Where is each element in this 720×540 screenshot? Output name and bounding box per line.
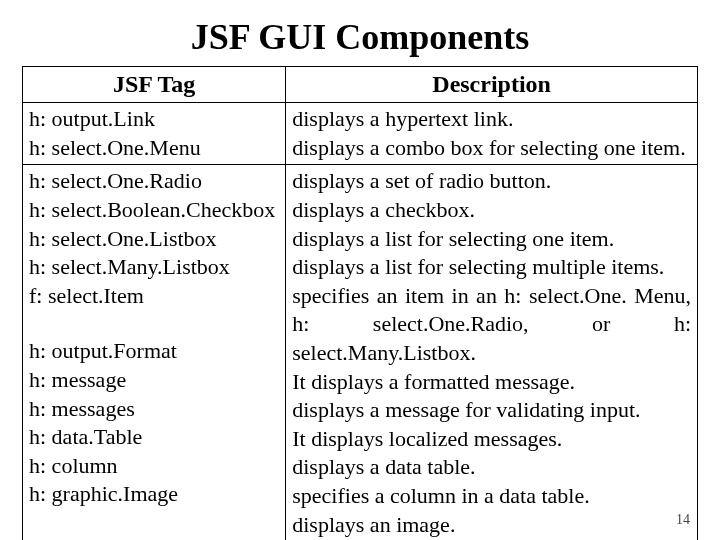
desc-text: displays a set of radio button.: [292, 167, 691, 196]
table-header-row: JSF Tag Description: [23, 67, 698, 103]
tag-text: h: output.Link: [29, 105, 279, 134]
spacer: [29, 310, 279, 337]
page-number: 14: [676, 512, 690, 528]
tag-text: h: messages: [29, 395, 279, 424]
tag-text: h: output.Format: [29, 337, 279, 366]
desc-text: It displays localized messages.: [292, 425, 691, 454]
desc-text: displays a hypertext link.: [292, 105, 691, 134]
tag-text: h: select.One.Radio: [29, 167, 279, 196]
tag-text: h: graphic.Image: [29, 480, 279, 509]
desc-text: specifies an item in an h: select.One. M…: [292, 282, 691, 368]
tag-text: h: column: [29, 452, 279, 481]
tag-text: h: select.One.Listbox: [29, 225, 279, 254]
table-row-group: h: output.Link h: select.One.Menu displa…: [23, 103, 698, 165]
desc-text: displays a message for validating input.: [292, 396, 691, 425]
components-table: JSF Tag Description h: output.Link h: se…: [22, 66, 698, 540]
header-desc: Description: [286, 67, 698, 103]
tag-text: h: data.Table: [29, 423, 279, 452]
desc-text: displays a list for selecting multiple i…: [292, 253, 691, 282]
tag-text: h: select.Many.Listbox: [29, 253, 279, 282]
desc-text: specifies a column in a data table.: [292, 482, 691, 511]
desc-text: displays a checkbox.: [292, 196, 691, 225]
tag-text: f: select.Item: [29, 282, 279, 311]
cell-tags: h: output.Link h: select.One.Menu: [23, 103, 286, 165]
desc-text: It displays a formatted message.: [292, 368, 691, 397]
desc-text: displays a combo box for selecting one i…: [292, 134, 691, 163]
desc-text: displays a list for selecting one item.: [292, 225, 691, 254]
tag-text: h: message: [29, 366, 279, 395]
desc-text: displays an image.: [292, 511, 691, 540]
slide: JSF GUI Components JSF Tag Description h…: [0, 0, 720, 540]
tag-text: h: select.Boolean.Checkbox: [29, 196, 279, 225]
cell-descs: displays a set of radio button. displays…: [286, 165, 698, 540]
tag-text: h: select.One.Menu: [29, 134, 279, 163]
page-title: JSF GUI Components: [22, 16, 698, 58]
desc-text: displays a data table.: [292, 453, 691, 482]
cell-descs: displays a hypertext link. displays a co…: [286, 103, 698, 165]
header-tag: JSF Tag: [23, 67, 286, 103]
table-row-group: h: select.One.Radio h: select.Boolean.Ch…: [23, 165, 698, 540]
cell-tags: h: select.One.Radio h: select.Boolean.Ch…: [23, 165, 286, 540]
